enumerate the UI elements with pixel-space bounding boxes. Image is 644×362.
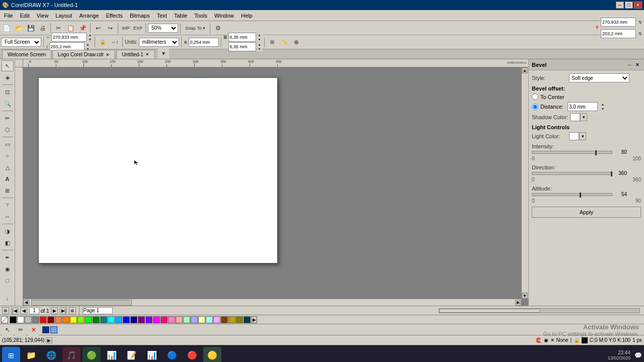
palette-yellow[interactable] (70, 316, 77, 323)
grid-x-up[interactable]: ▲ (257, 33, 262, 37)
close-button[interactable]: ✕ (634, 2, 642, 9)
titlebar-controls[interactable]: ─ □ ✕ (616, 2, 642, 9)
palette-black[interactable] (10, 316, 17, 323)
menu-effects[interactable]: Effects (103, 12, 126, 20)
close-doc-btn[interactable]: ✕ (28, 324, 39, 335)
to-center-radio[interactable] (532, 94, 538, 100)
vscrollbar[interactable]: ▲ ▼ (521, 67, 528, 299)
connector-tool-btn[interactable]: ↔ (2, 211, 14, 222)
save-button[interactable]: 💾 (25, 23, 36, 34)
menu-help[interactable]: Help (238, 12, 256, 20)
palette-darkteal[interactable] (244, 316, 251, 323)
poly-tool-btn[interactable]: △ (2, 162, 14, 173)
pos-x-spin[interactable]: ⇅ (637, 17, 643, 28)
to-center-label[interactable]: To Center (540, 94, 565, 100)
no-fill-swatch[interactable] (1, 316, 8, 323)
page-number-input[interactable] (29, 307, 39, 314)
taskbar-app2[interactable]: 🟢 (83, 347, 101, 363)
taskbar-browser[interactable]: 🌐 (42, 347, 60, 363)
altitude-slider-track[interactable] (532, 193, 612, 196)
distance-up[interactable]: ▲ (600, 102, 606, 107)
add-page-btn2[interactable]: ⊕ (2, 307, 9, 314)
height-up[interactable]: ▲ (86, 42, 91, 47)
ellipse-tool-btn[interactable]: ○ (2, 150, 14, 161)
palette-darkgreen[interactable] (93, 316, 100, 323)
dimension-tool-btn[interactable]: ⊤ (2, 200, 14, 211)
pos-y-spin[interactable]: ⇅ (637, 28, 643, 39)
hscroll-left[interactable]: ◀ (23, 300, 29, 306)
palette-green[interactable] (85, 316, 92, 323)
menu-table[interactable]: Table (171, 12, 190, 20)
taskbar-app4[interactable]: 📝 (123, 347, 141, 363)
palette-teal[interactable] (100, 316, 107, 323)
paste-button[interactable]: 📌 (77, 23, 88, 34)
hscroll-thumb[interactable] (31, 300, 132, 306)
palette-cyan[interactable] (108, 316, 115, 323)
menu-text[interactable]: Text (154, 12, 170, 20)
distance-radio[interactable] (532, 104, 538, 110)
start-button[interactable]: ⊞ (2, 347, 20, 363)
palette-darkred[interactable] (47, 316, 54, 323)
style-select[interactable]: Soft edge (569, 73, 629, 82)
vscroll-up[interactable]: ▲ (522, 67, 528, 73)
palette-white[interactable] (17, 316, 24, 323)
palette-lightyellow[interactable] (198, 316, 205, 323)
menu-layout[interactable]: Layout (52, 12, 75, 20)
palette-lime[interactable] (77, 316, 85, 323)
export-button[interactable]: EXP (132, 23, 143, 34)
grid-y-up[interactable]: ▲ (257, 42, 262, 47)
outline-color-indicator[interactable] (50, 326, 57, 333)
blend-tool-btn[interactable]: ◑ (2, 226, 14, 237)
tab-untitled-close[interactable]: ✕ (145, 52, 149, 57)
hscroll-right[interactable]: ▶ (515, 300, 521, 306)
transparency-btn[interactable]: ◧ (2, 237, 14, 248)
palette-lightblue[interactable] (191, 316, 198, 323)
hscroll-track[interactable] (29, 300, 515, 306)
grid-x-input[interactable] (228, 33, 256, 42)
palette-lightgreen[interactable] (183, 316, 190, 323)
vscroll-down[interactable]: ▼ (522, 293, 528, 299)
light-color-arrow[interactable]: ▾ (579, 132, 586, 140)
crop-tool-btn[interactable]: ⊡ (2, 86, 14, 98)
direction-slider-track[interactable] (532, 172, 612, 175)
palette-violet[interactable] (145, 316, 152, 323)
cut-button[interactable]: ✂ (53, 23, 64, 34)
hscrollbar[interactable]: ◀ ▶ (23, 299, 521, 306)
width-down[interactable]: ▼ (88, 37, 93, 42)
palette-pink2[interactable] (168, 316, 175, 323)
maximize-button[interactable]: □ (625, 2, 633, 9)
palette-skyblue[interactable] (115, 316, 122, 323)
palette-peach[interactable] (176, 316, 183, 323)
fill-color-indicator[interactable] (42, 326, 49, 333)
intensity-thumb[interactable] (595, 150, 597, 155)
menu-tools[interactable]: Tools (191, 12, 210, 20)
canvas-scroll[interactable] (23, 67, 528, 306)
tab-logo[interactable]: Logo Corel Draw.cdr ✕ (52, 50, 115, 59)
taskbar-corel[interactable]: 🟡 (203, 347, 221, 363)
width-input[interactable] (51, 33, 87, 42)
palette-brown[interactable] (221, 316, 228, 323)
eyedropper-btn[interactable]: ✒ (2, 252, 14, 263)
snap-button[interactable]: Snap To ▾ (183, 23, 208, 34)
shadow-color-box[interactable] (570, 113, 580, 121)
import-button[interactable]: IMP (120, 23, 131, 34)
minimize-button[interactable]: ─ (616, 2, 624, 9)
table-tool-btn[interactable]: ⊞ (2, 185, 14, 196)
palette-gray1[interactable] (25, 316, 32, 323)
taskbar-app7[interactable]: 🔴 (183, 347, 201, 363)
palette-orange2[interactable] (62, 316, 69, 323)
palette-darkyellow[interactable] (228, 316, 235, 323)
tab-untitled[interactable]: Untitled-1 ✕ (116, 50, 155, 59)
canvas-area[interactable]: millimeters 0 50 100 150 200 250 300 350 (15, 59, 528, 306)
taskbar-app1[interactable]: 🎵 (62, 347, 80, 363)
grid-x-down[interactable]: ▼ (257, 37, 262, 42)
bottom-hscrollbar[interactable] (439, 308, 640, 313)
palette-olive[interactable] (236, 316, 243, 323)
node-tool-btn[interactable]: ◈ (2, 72, 14, 83)
new-tab-button[interactable]: ▾ (158, 48, 169, 59)
menu-edit[interactable]: Edit (17, 12, 33, 20)
palette-magenta[interactable] (153, 316, 160, 323)
light-color-box[interactable] (569, 132, 579, 140)
copy-button[interactable]: 📋 (65, 23, 76, 34)
menu-bitmaps[interactable]: Bitmaps (127, 12, 153, 20)
